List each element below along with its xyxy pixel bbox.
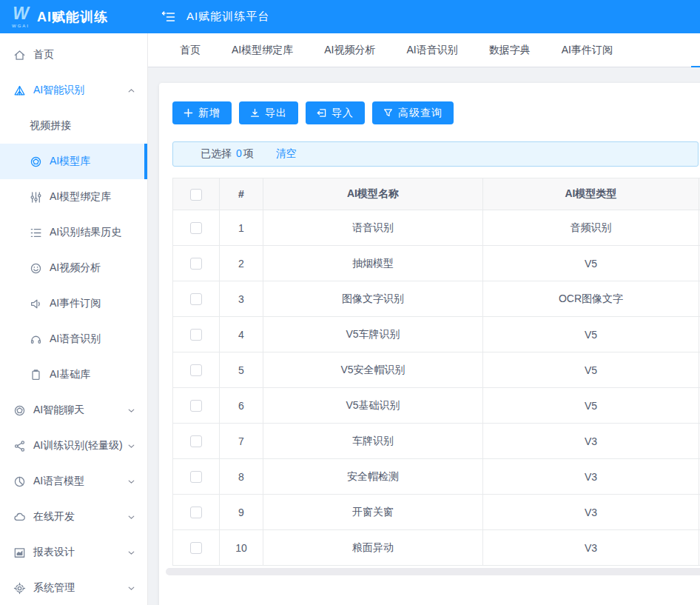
select-all-checkbox[interactable] [190,189,202,201]
cell-index: 2 [220,246,263,281]
sidebar-item-label: AI事件订阅 [50,297,101,310]
row-checkbox[interactable] [190,435,202,447]
sidebar-item-label: 报表设计 [33,546,75,559]
platform-title: AI赋能训练平台 [186,10,269,24]
tab-ai-speech[interactable]: AI语音识别 [406,44,457,57]
import-button-label: 导入 [332,107,354,120]
row-checkbox-cell [173,246,220,281]
sidebar-item-report-design[interactable]: 报表设计 [0,535,147,570]
sidebar: 首页AI智能识别视频拼接AI模型库AI模型绑定库AI识别结果历史AI视频分析AI… [0,33,148,605]
sidebar-item-ai-event-subscription[interactable]: AI事件订阅 [0,286,147,321]
sidebar-item-online-dev[interactable]: 在线开发 [0,499,147,535]
row-checkbox-cell [173,459,220,495]
table-row: 6V5基础识别V5 [173,388,700,424]
list-icon [30,227,42,239]
sidebar-item-label: 系统管理 [33,581,75,595]
selection-bar: 已选择0项 清空 [172,141,699,167]
cell-index: 3 [220,281,263,317]
sidebar-item-ai-model-binding[interactable]: AI模型绑定库 [0,179,147,215]
row-checkbox[interactable] [190,507,202,518]
sidebar-item-label: AI模型绑定库 [50,190,111,204]
sidebar-item-label: 视频拼接 [30,119,71,133]
sidebar-item-label: AI语言模型 [33,475,84,488]
sidebar-item-ai-model-library[interactable]: AI模型库 [0,144,147,179]
cell-model-type: V3 [483,459,699,495]
row-checkbox-cell [173,281,220,317]
cell-index: 7 [220,424,263,459]
select-all-cell [173,178,220,210]
cell-model-name: V5安全帽识别 [263,352,483,388]
clear-selection-link[interactable]: 清空 [276,147,297,161]
sidebar-item-ai-video-analysis[interactable]: AI视频分析 [0,250,147,286]
cell-model-name: V5车牌识别 [263,317,483,352]
table-row: 1语音识别音频识别 [173,210,700,246]
sidebar-item-ai-recognition[interactable]: AI智能识别 [0,73,147,108]
chevron-down-icon [127,407,135,415]
row-checkbox[interactable] [190,400,202,412]
advanced-query-button[interactable]: 高级查询 [372,101,454,124]
sidebar-item-label: AI智能聊天 [33,404,84,417]
row-checkbox[interactable] [190,542,202,554]
horn-icon [30,298,42,310]
cell-model-type: V3 [483,530,699,566]
sidebar-item-label: AI智能识别 [33,84,84,97]
pie-chart-icon [13,475,26,488]
chevron-down-icon [127,513,135,521]
row-checkbox-cell [173,352,220,388]
cell-index: 1 [220,210,263,246]
chevron-down-icon [127,442,135,450]
export-button[interactable]: 导出 [239,101,298,124]
sidebar-item-ai-base-library[interactable]: AI基础库 [0,357,147,392]
row-checkbox-cell [173,210,220,246]
tab-ai-model-binding[interactable]: AI模型绑定库 [232,44,293,57]
selection-text: 已选择0项 [201,147,254,161]
tab-ai-event-subscribe[interactable]: AI事件订阅 [562,44,613,57]
sidebar-item-home[interactable]: 首页 [0,37,147,73]
tab-data-dictionary[interactable]: 数据字典 [489,44,531,57]
seal-icon [13,404,26,417]
brand-logo[interactable]: W WGAI AI赋能训练 [0,5,148,28]
seal-icon [30,156,42,168]
cell-index: 8 [220,459,263,495]
cell-index: 5 [220,352,263,388]
horizontal-scrollbar[interactable] [166,568,700,575]
sidebar-item-ai-chat[interactable]: AI智能聊天 [0,392,147,428]
logo-letter: W [13,5,29,22]
add-button[interactable]: 新增 [172,101,232,124]
model-table: # AI模型名称 AI模型类型 1语音识别音频识别2抽烟模型V53图像文字识别O… [172,178,700,566]
sidebar-item-label: AI识别结果历史 [50,226,121,239]
row-checkbox[interactable] [190,329,202,341]
cell-model-type: V3 [483,495,699,530]
sidebar-item-ai-result-history[interactable]: AI识别结果历史 [0,215,147,250]
bar-chart-icon [13,546,26,559]
row-checkbox[interactable] [190,222,202,234]
cell-model-type: OCR图像文字 [483,281,699,317]
sidebar-item-label: AI模型库 [50,155,90,168]
table-row: 10粮面异动V3 [173,530,700,566]
sidebar-item-ai-language-model[interactable]: AI语言模型 [0,464,147,499]
import-icon [317,108,326,118]
headphones-icon [30,333,42,346]
row-checkbox[interactable] [190,364,202,376]
cell-model-name: 安全帽检测 [263,459,483,495]
sidebar-collapse-button[interactable] [161,11,176,23]
sliders-icon [30,191,42,204]
sidebar-item-ai-training-light[interactable]: AI训练识别(轻量级) [0,428,147,464]
sidebar-item-system-management[interactable]: 系统管理 [0,570,147,605]
row-checkbox[interactable] [190,258,202,270]
import-button[interactable]: 导入 [306,101,365,124]
table-row: 4V5车牌识别V5 [173,317,700,352]
sidebar-item-ai-speech-recognition[interactable]: AI语音识别 [0,321,147,357]
tab-home[interactable]: 首页 [180,44,201,57]
row-checkbox[interactable] [190,293,202,305]
cell-model-name: 粮面异动 [263,530,483,566]
cell-model-type: V5 [483,352,699,388]
tab-ai-video-analysis[interactable]: AI视频分析 [324,44,375,57]
sidebar-item-video-splice[interactable]: 视频拼接 [0,108,147,144]
cell-model-type: V3 [483,424,699,459]
logo-subtext: WGAI [12,24,30,28]
smiley-icon [30,262,42,275]
cell-model-name: 车牌识别 [263,424,483,459]
table-row: 8安全帽检测V3 [173,459,700,495]
row-checkbox[interactable] [190,471,202,483]
